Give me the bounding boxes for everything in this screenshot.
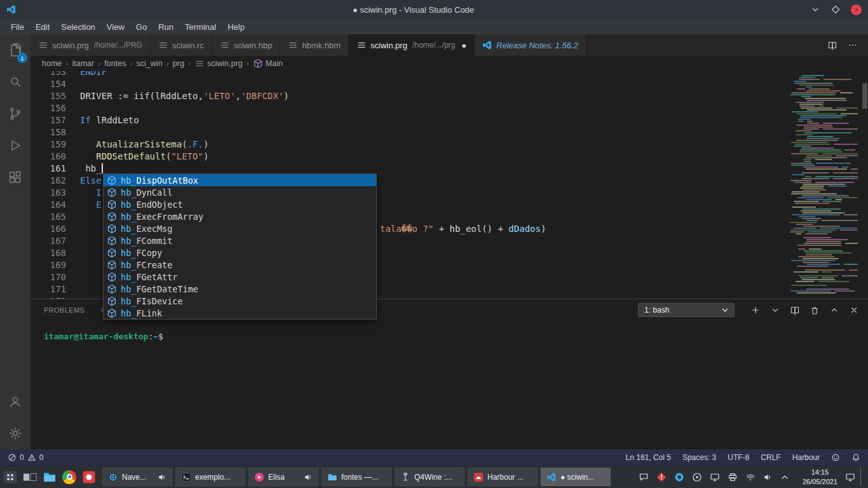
activity-extensions[interactable] bbox=[0, 161, 31, 193]
taskbar-window-nave[interactable]: Nave... bbox=[102, 468, 172, 486]
tab-sciwin.rc[interactable]: sciwin.rc bbox=[151, 34, 212, 56]
vertical-scrollbar[interactable] bbox=[862, 71, 868, 299]
more-actions-icon[interactable] bbox=[848, 40, 858, 50]
clipboard-icon[interactable] bbox=[639, 472, 649, 482]
menu-run[interactable]: Run bbox=[153, 20, 179, 34]
activity-source-control[interactable] bbox=[0, 98, 31, 130]
code-line-160[interactable]: 160 RDDSetDefault("LETO") bbox=[31, 151, 788, 163]
line-number[interactable]: 166 bbox=[31, 223, 66, 235]
tab-release-notes--1.56.2[interactable]: Release Notes: 1.56.2 bbox=[475, 34, 587, 56]
tab-sciwin.hbp[interactable]: sciwin.hbp bbox=[212, 34, 281, 56]
line-number[interactable]: 154 bbox=[31, 78, 66, 90]
suggestion-hb_fcreate[interactable]: hb_FCreate bbox=[104, 259, 376, 271]
minimap[interactable] bbox=[788, 71, 862, 299]
new-terminal-button-icon[interactable] bbox=[750, 305, 761, 315]
line-number[interactable]: 162 bbox=[31, 175, 66, 187]
code-line-158[interactable]: 158 bbox=[31, 126, 788, 139]
activity-explorer[interactable]: 1 bbox=[0, 34, 31, 66]
terminal-picker[interactable]: 1: bash bbox=[638, 303, 735, 317]
line-number[interactable]: 158 bbox=[31, 126, 66, 139]
problems-status[interactable]: 0 0 bbox=[8, 453, 43, 462]
line-number[interactable]: 169 bbox=[31, 259, 66, 271]
red-app-icon[interactable] bbox=[82, 470, 96, 484]
minimize-button[interactable] bbox=[810, 4, 820, 15]
menu-edit[interactable]: Edit bbox=[30, 20, 55, 34]
line-number[interactable]: 167 bbox=[31, 235, 66, 247]
status-cursor-position[interactable]: Ln 161, Col 5 bbox=[626, 453, 671, 462]
show-desktop-button[interactable] bbox=[860, 468, 865, 486]
breadcrumb-home[interactable]: home bbox=[42, 59, 62, 68]
scrollbar-thumb[interactable] bbox=[862, 83, 867, 109]
line-number[interactable]: 168 bbox=[31, 247, 66, 259]
breadcrumb-main[interactable]: Main bbox=[253, 58, 283, 69]
line-number[interactable]: 153 bbox=[31, 71, 66, 78]
taskbar-window-fontes[interactable]: fontes —... bbox=[322, 468, 391, 486]
line-number[interactable]: 161 bbox=[31, 163, 66, 175]
tab-hbmk.hbm[interactable]: hbmk.hbm bbox=[280, 34, 349, 56]
tab-sciwin.prg[interactable]: sciwin.prg/home/.../prg● bbox=[349, 34, 475, 56]
suggestion-hb_fisdevice[interactable]: hb_FIsDevice bbox=[104, 295, 376, 307]
menu-help[interactable]: Help bbox=[222, 20, 250, 34]
app-launcher-icon[interactable] bbox=[3, 470, 17, 484]
activity-search[interactable] bbox=[0, 66, 31, 98]
clock[interactable]: 14:15 26/05/2021 bbox=[799, 468, 841, 486]
menu-selection[interactable]: Selection bbox=[55, 20, 100, 34]
activity-run-debug[interactable] bbox=[0, 130, 31, 161]
code-line-155[interactable]: 155DRIVER := iif(lRddLeto,'LETO','DBFCDX… bbox=[31, 90, 788, 102]
terminal-profiles-button-icon[interactable] bbox=[770, 305, 780, 315]
feedback-icon[interactable] bbox=[831, 453, 840, 462]
code-line-157[interactable]: 157If lRddLeto bbox=[31, 114, 788, 126]
breadcrumb-fontes[interactable]: fontes bbox=[104, 59, 126, 68]
status-language-mode[interactable]: Harbour bbox=[792, 453, 820, 462]
line-number[interactable]: 156 bbox=[31, 102, 66, 114]
line-number[interactable]: 170 bbox=[31, 271, 66, 283]
code-line-154[interactable]: 154 bbox=[31, 78, 788, 90]
code-line-159[interactable]: 159 AtualizarSistema(.F.) bbox=[31, 139, 788, 151]
activity-settings[interactable] bbox=[0, 417, 31, 449]
line-number[interactable]: 164 bbox=[31, 199, 66, 211]
modified-dot-icon[interactable]: ● bbox=[461, 41, 466, 50]
maximize-button[interactable] bbox=[831, 4, 841, 15]
tab-sciwin.prg[interactable]: sciwin.prg/home/.../PRG bbox=[31, 34, 151, 56]
line-number[interactable]: 159 bbox=[31, 139, 66, 151]
suggestion-hb_execfromarray[interactable]: hb_ExecFromArray bbox=[104, 210, 376, 222]
activity-account[interactable] bbox=[0, 386, 31, 417]
close-button[interactable] bbox=[851, 4, 862, 15]
file-manager-icon[interactable] bbox=[43, 470, 57, 484]
suggestion-hb_fcommit[interactable]: hb_FCommit bbox=[104, 234, 376, 247]
breadcrumb-prg[interactable]: prg bbox=[173, 59, 184, 68]
notifications-bell-icon[interactable] bbox=[851, 453, 860, 462]
code-line-153[interactable]: 153ENDIF bbox=[31, 71, 788, 78]
updates-icon[interactable] bbox=[656, 472, 667, 482]
taskbar-window-q4wine[interactable]: Q4Wine :... bbox=[395, 468, 465, 486]
volume-icon[interactable] bbox=[763, 473, 772, 482]
taskbar-window-exemplo[interactable]: exemplo... bbox=[175, 468, 245, 486]
audio-playing-icon[interactable] bbox=[304, 473, 313, 482]
taskbar-window-harbour[interactable]: Harbour ... bbox=[468, 468, 538, 486]
printer-icon[interactable] bbox=[728, 472, 738, 482]
suggestion-hb_endobject[interactable]: hb_EndObject bbox=[104, 198, 376, 210]
expand-tray-icon[interactable] bbox=[780, 472, 790, 482]
desktop-pager-icon[interactable] bbox=[23, 470, 37, 484]
menu-go[interactable]: Go bbox=[130, 20, 153, 34]
line-number[interactable]: 155 bbox=[31, 90, 66, 102]
code-line-156[interactable]: 156 bbox=[31, 102, 788, 114]
suggestion-hb_dispoutatbox[interactable]: hb_DispOutAtBox bbox=[104, 174, 376, 186]
breadcrumb-sciwin.prg[interactable]: sciwin.prg bbox=[194, 58, 243, 69]
audio-playing-icon[interactable] bbox=[158, 473, 166, 482]
line-number[interactable]: 163 bbox=[31, 187, 66, 199]
display-settings-icon[interactable] bbox=[845, 472, 855, 482]
line-number[interactable]: 165 bbox=[31, 211, 66, 223]
status-encoding[interactable]: UTF-8 bbox=[728, 453, 749, 462]
taskbar-window-sciwin[interactable]: ● sciwin... bbox=[541, 468, 611, 486]
suggestion-hb_fcopy[interactable]: hb_FCopy bbox=[104, 247, 376, 259]
menu-terminal[interactable]: Terminal bbox=[179, 20, 222, 34]
line-number[interactable]: 160 bbox=[31, 151, 66, 163]
suggestion-hb_execmsg[interactable]: hb_ExecMsg bbox=[104, 222, 376, 234]
line-number[interactable]: 171 bbox=[31, 283, 66, 295]
display-icon[interactable] bbox=[710, 472, 720, 482]
network-icon[interactable] bbox=[745, 472, 756, 482]
media-player-icon[interactable] bbox=[692, 472, 702, 482]
status-eol[interactable]: CRLF bbox=[761, 453, 780, 462]
close-panel-button-icon[interactable] bbox=[849, 305, 859, 315]
